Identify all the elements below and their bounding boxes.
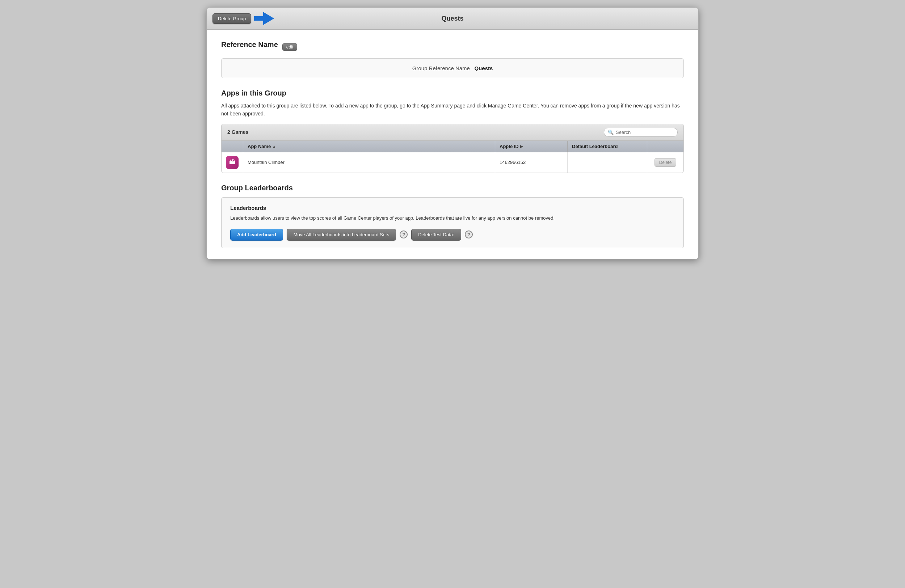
search-icon: 🔍 [608, 130, 614, 135]
delete-test-data-button[interactable]: Delete Test Data: [411, 229, 461, 241]
delete-row-button[interactable]: Delete [654, 158, 676, 167]
app-icon-cell: 🏔 [222, 152, 243, 173]
default-leaderboard-cell [568, 152, 647, 173]
group-reference-value: Quests [474, 65, 493, 71]
blue-arrow-icon [254, 12, 274, 25]
app-icon: 🏔 [226, 156, 238, 169]
page-title: Quests [441, 15, 464, 22]
col-header-app-name[interactable]: App Name ▲ [243, 141, 495, 152]
main-window: Delete Group Quests Reference Name edit … [206, 7, 699, 260]
app-icon-symbol: 🏔 [229, 158, 236, 166]
apple-id-cell: 1462966152 [495, 152, 568, 173]
svg-marker-0 [254, 12, 274, 25]
sort-arrow-app-name: ▲ [272, 144, 276, 148]
column-headers: App Name ▲ Apple ID ▶ Default Leaderboar… [222, 141, 683, 152]
col-header-action [647, 141, 683, 152]
leaderboards-subtitle: Leaderboards [230, 205, 675, 211]
delete-group-button[interactable]: Delete Group [213, 13, 251, 24]
delete-cell: Delete [647, 152, 683, 173]
move-help-icon[interactable]: ? [400, 230, 408, 238]
reference-name-header: Reference Name edit [221, 41, 684, 53]
reference-name-box: Group Reference Name Quests [221, 58, 684, 78]
apps-table-container: 2 Games 🔍 App Name ▲ Apple ID ▶ De [221, 124, 684, 173]
leaderboards-box: Leaderboards Leaderboards allow users to… [221, 197, 684, 248]
table-row: 🏔 Mountain Climber 1462966152 Delete [222, 152, 683, 173]
delete-help-icon[interactable]: ? [465, 230, 473, 238]
move-leaderboards-button[interactable]: Move All Leaderboards into Leaderboard S… [287, 229, 396, 241]
group-reference-label: Group Reference Name [412, 65, 470, 71]
apps-description: All apps attached to this group are list… [221, 102, 684, 118]
arrow-indicator [254, 12, 274, 25]
reference-name-title: Reference Name [221, 41, 278, 49]
leaderboards-description: Leaderboards allow users to view the top… [230, 215, 675, 222]
table-header-bar: 2 Games 🔍 [222, 124, 683, 141]
add-leaderboard-button[interactable]: Add Leaderboard [230, 229, 283, 241]
apps-group-title: Apps in this Group [221, 89, 684, 97]
col-header-default-leaderboard: Default Leaderboard [568, 141, 647, 152]
col-header-apple-id[interactable]: Apple ID ▶ [495, 141, 568, 152]
search-box[interactable]: 🔍 [604, 128, 678, 137]
sort-arrow-apple-id: ▶ [520, 144, 523, 148]
edit-button[interactable]: edit [283, 43, 297, 51]
search-input[interactable] [616, 130, 674, 135]
games-count: 2 Games [227, 129, 248, 135]
title-bar: Delete Group Quests [207, 8, 698, 30]
col-header-icon [222, 141, 243, 152]
main-content: Reference Name edit Group Reference Name… [207, 30, 698, 259]
leaderboard-actions: Add Leaderboard Move All Leaderboards in… [230, 229, 675, 241]
app-name-cell: Mountain Climber [243, 152, 495, 173]
group-leaderboards-title: Group Leaderboards [221, 184, 684, 192]
